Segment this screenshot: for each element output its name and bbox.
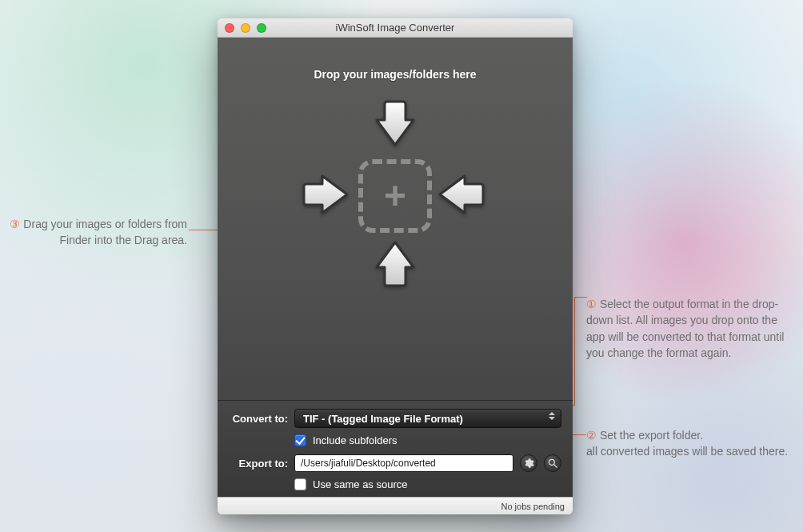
- annotation-1: ① Select the output format in the drop-d…: [586, 296, 794, 361]
- settings-button[interactable]: [520, 454, 537, 472]
- convert-label: Convert to:: [229, 413, 294, 425]
- chevron-updown-icon: [549, 412, 555, 420]
- convert-row: Convert to: TIF - (Tagged Image File For…: [229, 409, 561, 428]
- annotation-2-number: ②: [586, 429, 597, 442]
- svg-point-0: [549, 459, 554, 465]
- annotation-3-number: ③: [10, 218, 20, 230]
- annotation-3: ③ Drag your images or folders from Finde…: [3, 216, 187, 249]
- drop-area[interactable]: Drop your images/folders here +: [218, 38, 573, 400]
- export-path-value: /Users/jiafuli/Desktop/converted: [301, 458, 436, 469]
- annotation-2-text-line1: Set the export folder.: [597, 429, 703, 442]
- window-title: iWinSoft Image Converter: [218, 22, 573, 34]
- drop-graphic: +: [299, 100, 491, 292]
- export-path-field[interactable]: /Users/jiafuli/Desktop/converted: [294, 454, 513, 472]
- annotation-1-number: ①: [586, 298, 597, 310]
- annotation-3-text: Drag your images or folders from Finder …: [20, 218, 187, 246]
- status-bar: No jobs pending: [218, 497, 573, 514]
- reveal-button[interactable]: [544, 454, 561, 472]
- use-same-as-source-label: Use same as source: [313, 478, 408, 490]
- content-area: Drop your images/folders here +: [218, 38, 573, 497]
- arrow-right-icon: [301, 172, 350, 217]
- export-row: Export to: /Users/jiafuli/Desktop/conver…: [229, 454, 561, 472]
- convert-format-value: TIF - (Tagged Image File Format): [303, 413, 463, 425]
- app-window: iWinSoft Image Converter Drop your image…: [218, 18, 573, 514]
- drop-target-icon: +: [358, 159, 432, 233]
- status-text: No jobs pending: [501, 502, 565, 511]
- drop-caption: Drop your images/folders here: [314, 68, 476, 81]
- controls-panel: Convert to: TIF - (Tagged Image File For…: [218, 400, 573, 497]
- annotation-2: ② Set the export folder. all converted i…: [586, 427, 794, 460]
- include-subfolders-checkbox[interactable]: [294, 434, 306, 446]
- use-same-as-source-checkbox[interactable]: [294, 478, 306, 490]
- arrow-left-icon: [437, 172, 486, 217]
- magnifier-icon: [547, 458, 558, 469]
- annotation-1-text: Select the output format in the drop-dow…: [586, 298, 784, 359]
- include-subfolders-row: Include subfolders: [294, 434, 561, 446]
- export-label: Export to:: [229, 458, 294, 470]
- use-same-as-source-row: Use same as source: [294, 478, 561, 490]
- gear-icon: [523, 458, 534, 469]
- arrow-up-icon: [373, 239, 417, 289]
- arrow-down-icon: [373, 98, 417, 148]
- include-subfolders-label: Include subfolders: [313, 434, 398, 446]
- svg-line-1: [554, 465, 557, 468]
- titlebar[interactable]: iWinSoft Image Converter: [218, 18, 573, 38]
- plus-icon: +: [384, 177, 406, 215]
- annotation-2-text-line2: all converted images will be saved there…: [586, 445, 788, 458]
- convert-format-dropdown[interactable]: TIF - (Tagged Image File Format): [294, 409, 561, 428]
